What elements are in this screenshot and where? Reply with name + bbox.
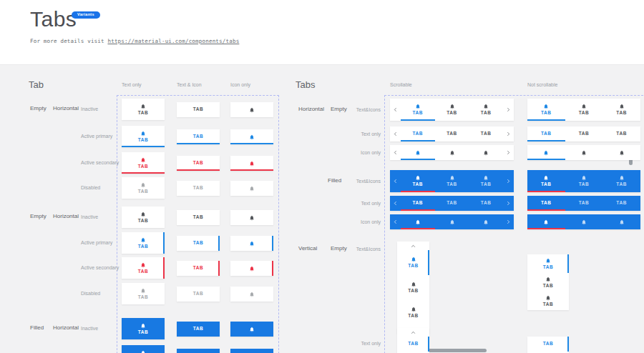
tab-item[interactable]: TAB xyxy=(527,99,565,121)
tab-item[interactable]: TAB xyxy=(435,196,469,211)
tab-cell[interactable]: TAB xyxy=(122,232,165,254)
scroll-left-button[interactable] xyxy=(390,214,401,229)
tab-item[interactable] xyxy=(401,214,435,229)
tab-cell[interactable] xyxy=(230,210,273,225)
group-fill-label: Filled xyxy=(328,178,341,184)
tab-cell[interactable] xyxy=(230,349,273,353)
scroll-left-button[interactable] xyxy=(390,145,401,160)
tab-cell[interactable] xyxy=(230,129,273,144)
tab-label: TAB xyxy=(138,269,149,274)
column-header-scrollable: Scrollable xyxy=(390,82,412,87)
tab-item[interactable]: TAB xyxy=(397,250,429,275)
scroll-right-button[interactable] xyxy=(503,145,514,160)
tab-item[interactable]: TAB xyxy=(401,126,435,141)
tab-item[interactable]: TAB xyxy=(435,99,469,121)
tab-cell[interactable]: TAB xyxy=(177,236,220,251)
canvas: Tab Tabs Text only Text & Icon Icon only… xyxy=(0,64,644,353)
scroll-right-button[interactable] xyxy=(503,214,514,229)
tab-item[interactable]: TAB xyxy=(435,126,469,141)
tab-cell[interactable]: TAB xyxy=(177,129,220,144)
tab-cell[interactable]: TAB xyxy=(122,283,165,304)
tab-item[interactable] xyxy=(469,145,503,160)
tab-cell[interactable]: TAB xyxy=(122,152,165,174)
tab-item[interactable]: TAB xyxy=(527,170,565,192)
tab-item[interactable] xyxy=(527,145,565,160)
tab-item[interactable]: TAB xyxy=(397,337,429,352)
tab-cell[interactable]: TAB xyxy=(122,318,165,339)
tab-item[interactable]: TAB xyxy=(565,196,603,211)
tab-cell[interactable]: TAB xyxy=(122,177,165,199)
tab-label: TAB xyxy=(138,189,149,194)
docs-link[interactable]: https://material-ui.com/components/tabs xyxy=(107,38,239,44)
tab-item[interactable]: TAB xyxy=(527,337,569,352)
state-label: Disabled xyxy=(81,291,100,297)
tab-cell[interactable] xyxy=(230,322,273,337)
tab-cell[interactable]: TAB xyxy=(122,257,165,279)
tab-item[interactable] xyxy=(602,214,640,229)
tab-cell[interactable] xyxy=(230,287,273,302)
tab-cell[interactable]: TAB xyxy=(122,99,165,120)
tab-cell[interactable] xyxy=(230,261,273,276)
tab-item[interactable] xyxy=(435,145,469,160)
tab-cell[interactable] xyxy=(230,236,273,251)
tab-cell[interactable]: TAB xyxy=(177,349,220,353)
scroll-left-button[interactable] xyxy=(390,99,401,121)
tab-label: TAB xyxy=(543,265,554,270)
scroll-left-button[interactable] xyxy=(390,126,401,141)
tab-item[interactable]: TAB xyxy=(397,275,429,300)
tab-item[interactable]: TAB xyxy=(469,126,503,141)
tab-item[interactable]: TAB xyxy=(565,99,603,121)
tab-item[interactable] xyxy=(565,145,603,160)
tab-item[interactable]: TAB xyxy=(469,170,503,192)
active-indicator xyxy=(272,261,273,276)
tab-item[interactable]: TAB xyxy=(565,126,603,141)
tab-cell[interactable]: TAB xyxy=(122,207,165,228)
tab-item[interactable] xyxy=(469,214,503,229)
scroll-up-button[interactable] xyxy=(397,242,429,250)
tab-item[interactable]: TAB xyxy=(435,170,469,192)
tab-cell[interactable] xyxy=(230,102,273,117)
scroll-left-button[interactable] xyxy=(390,170,401,192)
tab-cell[interactable]: TAB xyxy=(177,102,220,117)
tab-cell[interactable]: TAB xyxy=(177,156,220,171)
scroll-right-button[interactable] xyxy=(503,196,514,211)
tab-item[interactable]: TAB xyxy=(602,126,640,141)
tab-item[interactable]: TAB xyxy=(401,170,435,192)
bell-icon xyxy=(249,215,255,221)
tab-cell[interactable]: TAB xyxy=(122,126,165,147)
tab-label: TAB xyxy=(543,302,554,307)
tab-item[interactable]: TAB xyxy=(602,196,640,211)
tab-item[interactable] xyxy=(602,145,640,160)
tab-cell[interactable]: TAB xyxy=(177,322,220,337)
tab-item[interactable]: TAB xyxy=(401,99,435,121)
tab-item[interactable]: TAB xyxy=(397,300,429,325)
scroll-up-button[interactable] xyxy=(397,328,429,337)
tab-cell[interactable] xyxy=(230,181,273,196)
tab-cell[interactable]: TAB xyxy=(177,181,220,196)
tab-item[interactable] xyxy=(435,214,469,229)
scroll-right-button[interactable] xyxy=(503,126,514,141)
tab-item[interactable]: TAB xyxy=(602,170,640,192)
tab-item[interactable]: TAB xyxy=(401,196,435,211)
scroll-left-button[interactable] xyxy=(390,196,401,211)
tab-item[interactable]: TAB xyxy=(527,126,565,141)
tab-item[interactable] xyxy=(527,214,565,229)
tab-item[interactable]: TAB xyxy=(565,170,603,192)
page-title: Tabs xyxy=(30,7,77,31)
tab-cell[interactable] xyxy=(230,156,273,171)
tab-item[interactable]: TAB xyxy=(602,99,640,121)
tab-item[interactable]: TAB xyxy=(469,196,503,211)
tab-cell[interactable]: TAB xyxy=(122,345,165,353)
tab-item[interactable] xyxy=(401,145,435,160)
tab-item[interactable]: TAB xyxy=(527,273,569,292)
tab-item[interactable]: TAB xyxy=(527,254,569,273)
scroll-right-button[interactable] xyxy=(503,170,514,192)
tab-cell[interactable]: TAB xyxy=(177,287,220,302)
tab-item[interactable]: TAB xyxy=(527,292,569,310)
tab-item[interactable]: TAB xyxy=(527,196,565,211)
tab-item[interactable]: TAB xyxy=(469,99,503,121)
tab-item[interactable] xyxy=(565,214,603,229)
tab-cell[interactable]: TAB xyxy=(177,210,220,225)
scroll-right-button[interactable] xyxy=(503,99,514,121)
tab-cell[interactable]: TAB xyxy=(177,261,220,276)
